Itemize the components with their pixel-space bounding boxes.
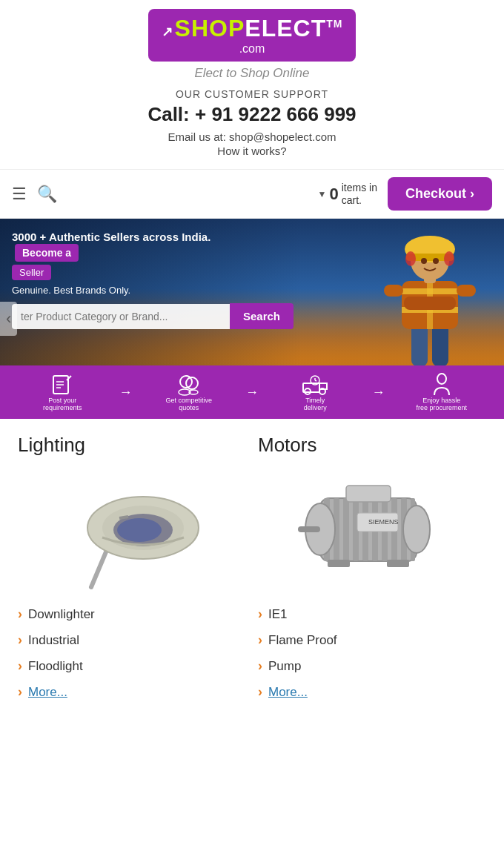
logo-shop: SHOP <box>175 15 245 42</box>
genuine-text: Genuine. Best Brands Only. <box>12 285 492 296</box>
process-bar: Post your requirements → Get competitive… <box>0 365 504 419</box>
ie1-link[interactable]: IE1 <box>268 607 288 622</box>
chevron-right-icon: › <box>258 606 262 622</box>
svg-rect-53 <box>298 526 320 532</box>
chevron-right-icon: › <box>18 684 22 700</box>
process-step-delivery: Timely delivery <box>259 373 372 411</box>
chevron-right-icon: › <box>258 684 262 700</box>
cart-dropdown-icon[interactable]: ▼ <box>318 189 327 199</box>
list-item: › More... <box>258 684 486 700</box>
chevron-right-icon: › <box>18 658 22 674</box>
logo-box[interactable]: ↗SHOPELECTTM .com <box>148 9 357 62</box>
hamburger-icon[interactable]: ☰ <box>12 185 27 204</box>
svg-rect-43 <box>343 498 349 561</box>
nav-bar: ☰ 🔍 ▼ 0 items in cart. Checkout <box>0 169 504 219</box>
downlighter-link[interactable]: Downlighter <box>28 607 95 622</box>
search-icon[interactable]: 🔍 <box>37 185 57 204</box>
lighting-column: Lighting › Downlighter <box>12 434 252 710</box>
cart-count: 0 <box>330 185 339 204</box>
list-item: › Flame Proof <box>258 632 486 648</box>
list-item: › IE1 <box>258 606 486 622</box>
products-grid: Lighting › Downlighter <box>0 419 504 710</box>
floodlight-link[interactable]: Floodlight <box>28 659 83 674</box>
svg-point-38 <box>117 518 162 542</box>
banner-prev-arrow[interactable]: ‹ <box>0 302 17 336</box>
svg-rect-54 <box>346 486 391 502</box>
become-seller-button[interactable]: Become a <box>15 244 79 262</box>
process-arrow-2: → <box>245 385 259 400</box>
chevron-right-icon: › <box>258 658 262 674</box>
process-step-procurement: Enjoy hassle free procurement <box>385 373 499 411</box>
motors-image-area: SIEMENS <box>258 469 486 595</box>
svg-point-33 <box>437 374 446 384</box>
cart-label: items in cart. <box>342 182 377 207</box>
checkout-button[interactable]: Checkout <box>388 177 492 211</box>
logo-tm: TM <box>326 18 342 30</box>
list-item: › Downlighter <box>18 606 246 622</box>
support-label: OUR CUSTOMER SUPPORT <box>7 88 497 100</box>
street-light-svg <box>47 472 217 591</box>
process-step-post: Post your requirements <box>6 373 119 411</box>
lighting-title: Lighting <box>18 434 246 457</box>
motors-links: › IE1 › Flame Proof › Pump › More... <box>258 606 486 700</box>
how-it-works-link[interactable]: How it works? <box>7 145 497 157</box>
svg-rect-57 <box>328 560 350 567</box>
banner: ‹ 3000 + Authentic Sellers across India.… <box>0 219 504 419</box>
chevron-right-icon: › <box>18 606 22 622</box>
svg-line-32 <box>315 380 316 381</box>
header: ↗SHOPELECTTM .com Elect to Shop Online O… <box>0 0 504 219</box>
search-input[interactable] <box>12 304 230 329</box>
logo-dotcom: .com <box>239 42 265 55</box>
lighting-more-link[interactable]: More... <box>28 685 67 700</box>
pump-link[interactable]: Pump <box>268 659 301 674</box>
cart-area: ▼ 0 items in cart. <box>318 182 377 207</box>
list-item: › Floodlight <box>18 658 246 674</box>
process-arrow-3: → <box>372 385 385 400</box>
email-address: Email us at: shop@shopelect.com <box>7 130 497 143</box>
seller-tag: Seller <box>12 265 51 280</box>
tagline: Elect to Shop Online <box>7 66 497 81</box>
motors-more-link[interactable]: More... <box>268 685 308 700</box>
motor-svg: SIEMENS <box>298 472 446 591</box>
process-step-quotes: Get competitive quotes <box>133 373 246 411</box>
list-item: › More... <box>18 684 246 700</box>
lighting-image-area <box>18 469 246 595</box>
list-item: › Pump <box>258 658 486 674</box>
banner-promo-text: 3000 + Authentic Sellers across India. <box>12 231 210 243</box>
svg-text:SIEMENS: SIEMENS <box>368 518 399 526</box>
flame-proof-link[interactable]: Flame Proof <box>268 633 337 648</box>
svg-rect-58 <box>387 560 409 567</box>
motors-column: Motors <box>252 434 492 710</box>
chevron-right-icon: › <box>18 632 22 648</box>
logo-elect: ELECT <box>245 15 326 42</box>
motors-title: Motors <box>258 434 486 457</box>
lighting-links: › Downlighter › Industrial › Floodlight … <box>18 606 246 700</box>
chevron-right-icon: › <box>258 632 262 648</box>
list-item: › Industrial <box>18 632 246 648</box>
svg-point-52 <box>403 506 430 553</box>
search-button[interactable]: Search <box>230 303 294 329</box>
svg-line-39 <box>119 517 128 518</box>
process-arrow-1: → <box>119 385 133 400</box>
phone-number: Call: + 91 9222 666 999 <box>7 103 497 126</box>
industrial-link[interactable]: Industrial <box>28 633 79 648</box>
